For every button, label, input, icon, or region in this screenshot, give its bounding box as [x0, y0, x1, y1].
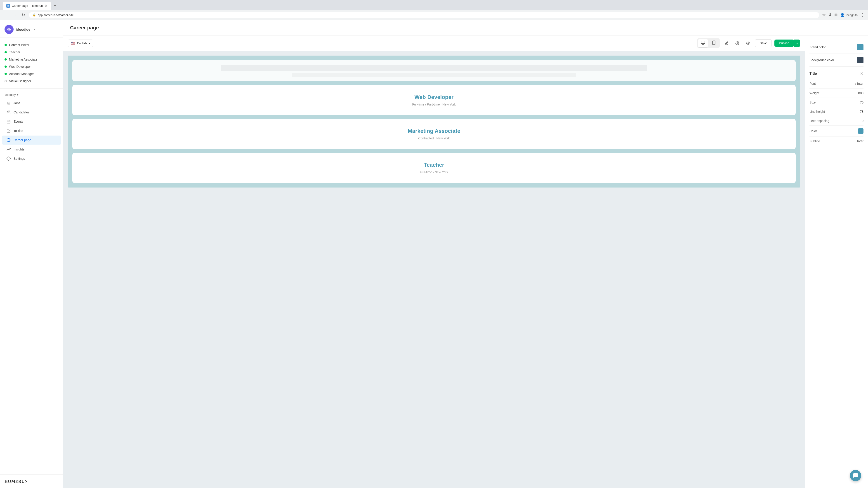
subtitle-label: Subtitle [809, 139, 820, 143]
svg-point-7 [8, 158, 9, 159]
language-selector[interactable]: 🇺🇸 English ▾ [68, 39, 93, 47]
font-row: Font ↕ Inter [809, 79, 864, 89]
brand-color-row: Brand color [809, 41, 864, 54]
mobile-view-button[interactable] [709, 39, 719, 47]
letter-spacing-row: Letter spacing 0 [809, 116, 864, 126]
job-label: Account Manager [9, 72, 34, 76]
save-button[interactable]: Save [755, 39, 772, 47]
title-color-swatch[interactable] [858, 128, 864, 134]
weight-row: Weight 800 [809, 89, 864, 98]
background-color-label: Background color [809, 58, 834, 62]
sidebar-item-label: Candidates [13, 110, 30, 114]
download-button[interactable]: ⬇ [829, 12, 832, 18]
preview-button[interactable] [744, 39, 752, 47]
page-title: Career page [70, 25, 861, 31]
sidebar-item-label: Insights [13, 148, 24, 151]
active-tab[interactable]: H Career page - Homerun ✕ [3, 2, 51, 10]
sidebar-item-todos[interactable]: To-dos [2, 126, 61, 135]
bookmark-button[interactable]: ☆ [822, 12, 826, 18]
sidebar-item-career-page[interactable]: Career page [2, 135, 61, 144]
sidebar-item-label: Career page [13, 138, 31, 142]
dropdown-icon: ▾ [34, 28, 35, 31]
right-panel: Brand color Background color Title ✕ Fon… [805, 35, 868, 488]
publish-dropdown-button[interactable]: ▾ [794, 39, 800, 47]
color-label: Color [809, 129, 817, 133]
profile-button[interactable]: 👤 Incognito [840, 13, 858, 17]
sidebar-item-jobs[interactable]: ⊞ Jobs [2, 98, 61, 107]
job-item-web-developer[interactable]: Web Developer [0, 63, 63, 70]
view-toggle [697, 38, 720, 48]
sidebar-item-events[interactable]: Events [2, 117, 61, 126]
job-card-teacher[interactable]: Teacher Full-time · New York [72, 153, 796, 183]
settings-tool-button[interactable] [733, 39, 741, 47]
section-header-label: Moodjoy [4, 93, 16, 96]
url-text: app.homerun.co/career-site [38, 13, 74, 17]
back-button[interactable]: ← [4, 12, 9, 18]
sidebar-item-candidates[interactable]: Candidates [2, 108, 61, 117]
sidebar-header: MM Moodjoy ▾ [0, 20, 63, 38]
weight-label: Weight [809, 91, 819, 95]
editor-canvas[interactable]: Web Developer Full-time / Part-time · Ne… [63, 51, 805, 488]
job-item-account-manager[interactable]: Account Manager [0, 70, 63, 77]
candidates-icon [6, 110, 11, 115]
status-dot [4, 66, 7, 68]
title-section-close-button[interactable]: ✕ [860, 71, 864, 76]
title-section-label: Title [809, 72, 817, 76]
size-value: 70 [860, 101, 864, 104]
job-card-marketing-associate[interactable]: Marketing Associate Contracted · New Yor… [72, 119, 796, 149]
browser-chrome: H Career page - Homerun ✕ + ← → ↻ 🔒 app.… [0, 0, 868, 20]
job-label: Visual Designer [9, 79, 31, 83]
section-header[interactable]: Moodjoy ▾ [0, 91, 63, 98]
sidebar-item-label: To-dos [13, 129, 23, 133]
menu-button[interactable]: ⋮ [860, 12, 864, 18]
main-content: Career page 🇺🇸 English ▾ [63, 20, 868, 488]
window-button[interactable]: ⧉ [835, 13, 837, 18]
chat-button[interactable] [850, 470, 861, 481]
new-tab-button[interactable]: + [52, 2, 58, 9]
background-color-swatch[interactable] [857, 57, 864, 63]
size-row: Size 70 [809, 98, 864, 107]
sidebar-item-label: Jobs [13, 101, 20, 105]
reload-button[interactable]: ↻ [21, 11, 26, 18]
status-dot [4, 58, 7, 61]
sidebar-item-insights[interactable]: Insights [2, 145, 61, 154]
svg-point-14 [748, 43, 749, 44]
tab-title: Career page - Homerun [12, 4, 43, 7]
svg-rect-1 [7, 120, 10, 123]
browser-toolbar: ← → ↻ 🔒 app.homerun.co/career-site ☆ ⬇ ⧉… [0, 10, 868, 20]
font-value: ↕ Inter [855, 82, 864, 86]
line-height-value: 78 [860, 110, 864, 113]
sidebar-item-settings[interactable]: Settings [2, 154, 61, 163]
background-color-row: Background color [809, 54, 864, 67]
edit-tool-button[interactable] [722, 39, 731, 47]
job-card-web-developer[interactable]: Web Developer Full-time / Part-time · Ne… [72, 85, 796, 115]
job-label: Marketing Associate [9, 58, 37, 61]
svg-rect-8 [701, 41, 705, 44]
job-card-partial-top[interactable] [72, 60, 796, 81]
editor-canvas-wrapper: 🇺🇸 English ▾ [63, 35, 805, 488]
publish-button[interactable]: Publish [774, 39, 794, 47]
brand-color-swatch[interactable] [857, 44, 864, 51]
forward-button[interactable]: → [12, 12, 18, 18]
tab-close-button[interactable]: ✕ [44, 4, 48, 8]
job-item-teacher[interactable]: Teacher [0, 48, 63, 56]
jobs-icon: ⊞ [6, 101, 11, 105]
homerun-logo: HOMERUN [4, 479, 59, 484]
sidebar: MM Moodjoy ▾ Content Writer Teacher Mark… [0, 20, 63, 488]
section-chevron: ▾ [17, 93, 19, 96]
job-item-content-writer[interactable]: Content Writer [0, 41, 63, 48]
lang-chevron-icon: ▾ [89, 41, 90, 45]
line-height-label: Line height [809, 110, 825, 113]
svg-point-13 [737, 43, 738, 44]
canvas-content: Web Developer Full-time / Part-time · Ne… [68, 56, 800, 188]
toolbar-actions: ☆ ⬇ ⧉ 👤 Incognito ⋮ [822, 12, 864, 18]
job-card-subtitle: Full-time / Part-time · New York [79, 103, 789, 106]
job-label: Teacher [9, 51, 20, 54]
app-container: MM Moodjoy ▾ Content Writer Teacher Mark… [0, 20, 868, 488]
job-item-visual-designer[interactable]: Visual Designer [0, 77, 63, 85]
desktop-view-button[interactable] [698, 39, 708, 47]
job-item-marketing-associate[interactable]: Marketing Associate [0, 56, 63, 63]
browser-tabs: H Career page - Homerun ✕ + [0, 0, 868, 10]
address-bar[interactable]: 🔒 app.homerun.co/career-site [29, 12, 819, 18]
subtitle-row: Subtitle Inter [809, 137, 864, 146]
